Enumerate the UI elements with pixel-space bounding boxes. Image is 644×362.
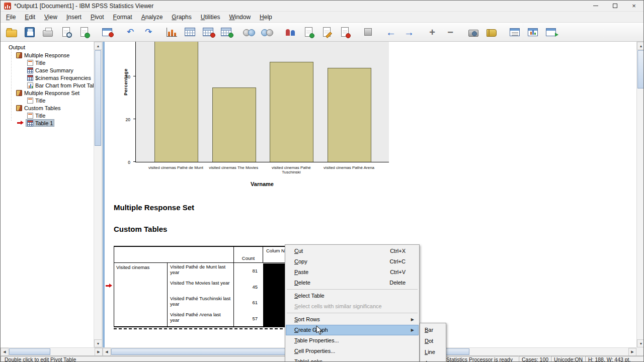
insert-chart-object-button[interactable] [524, 25, 542, 40]
page-setup-button[interactable] [542, 25, 560, 40]
context-item-tablelooks[interactable]: TableLooks... [286, 356, 419, 362]
table-cell-count[interactable]: 57 [233, 311, 263, 327]
chart-bar[interactable] [212, 87, 256, 162]
menu-window[interactable]: Window [224, 13, 255, 22]
outline-root-node[interactable]: Output [1, 44, 94, 51]
recall-dialogs-button[interactable] [98, 25, 116, 40]
y-tick-label: 0 [117, 160, 130, 165]
scroll-up-icon[interactable]: ▲ [94, 42, 102, 50]
outline-item-multiple-response[interactable]: Multiple Response [1, 51, 94, 59]
open-output-button[interactable] [3, 25, 21, 40]
insert-text-button[interactable] [336, 25, 354, 40]
menu-insert[interactable]: Insert [62, 13, 86, 22]
insert-text-block-button[interactable] [506, 25, 524, 40]
promote-button[interactable]: ← [382, 25, 400, 40]
context-item-paste[interactable]: PasteCtrl+V [286, 267, 419, 278]
table-cell-label[interactable]: Visited Pathé Tuschinski last year [167, 295, 233, 311]
menu-help[interactable]: Help [255, 13, 277, 22]
outline-item-case-summary[interactable]: Case Summary [1, 66, 94, 74]
table-cell-count[interactable]: 81 [233, 263, 263, 279]
demote-button[interactable]: → [400, 25, 418, 40]
show-hide-button[interactable] [359, 25, 377, 40]
chart-bar[interactable] [328, 68, 371, 162]
export-table-button[interactable] [199, 25, 217, 40]
save-output-button[interactable] [21, 25, 39, 40]
select-last-output-button[interactable] [240, 25, 258, 40]
expand-button[interactable]: + [423, 25, 441, 40]
designate-window-icon [261, 28, 274, 37]
menu-edit[interactable]: Edit [20, 13, 40, 22]
outline-item-custom-tables[interactable]: Custom Tables [1, 104, 94, 112]
outline-scroll-thumb[interactable] [95, 50, 101, 146]
chart-plot-area[interactable] [135, 42, 389, 162]
table-cell-count[interactable]: 61 [233, 295, 263, 311]
menu-graphs[interactable]: Graphs [167, 13, 196, 22]
table-cell-count[interactable]: 45 [233, 279, 263, 295]
outline-item-label: Case Summary [35, 67, 73, 73]
outline-vertical-scrollbar[interactable]: ▲ ▼ [94, 42, 102, 347]
go-to-pivot-table-button[interactable] [181, 25, 199, 40]
context-item-sort-rows[interactable]: Sort Rows▶ [286, 314, 419, 325]
table-cell-label[interactable]: Visited The Movies last year [167, 279, 233, 295]
scroll-left-icon[interactable]: ◀ [1, 348, 9, 356]
go-to-chart-button[interactable] [163, 25, 181, 40]
context-item-table-properties[interactable]: Table Properties... [286, 335, 419, 346]
row-group-label[interactable]: Visited cinemas [114, 263, 167, 326]
menu-utilities[interactable]: Utilities [196, 13, 225, 22]
context-item-create-graph[interactable]: Create Graph▶ [286, 325, 419, 335]
outline-item-title[interactable]: Title [1, 97, 94, 104]
outline-item-title[interactable]: Title [1, 112, 94, 119]
content-vscroll-thumb[interactable] [637, 50, 644, 88]
outline-hscroll-thumb[interactable] [9, 348, 50, 355]
content-vertical-scrollbar[interactable]: ▲ ▼ [636, 42, 644, 347]
menu-format[interactable]: Format [109, 13, 137, 22]
minimize-button[interactable] [586, 1, 605, 11]
menu-file[interactable]: File [2, 13, 20, 22]
outline-item-title[interactable]: Title [1, 59, 94, 66]
outline-item-bar-chart-from-pivot-table[interactable]: Bar Chart from Pivot Table [1, 81, 94, 89]
go-to-data-button[interactable] [217, 25, 235, 40]
insert-title-button[interactable] [317, 25, 336, 40]
context-item-delete[interactable]: DeleteDelete [286, 278, 419, 288]
context-item-cell-properties[interactable]: Cell Properties... [286, 346, 419, 356]
menu-pivot[interactable]: Pivot [86, 13, 109, 22]
pivot-table[interactable]: Count Colum N Visited cinemas Visited Pa… [114, 246, 313, 327]
scroll-left-icon[interactable]: ◀ [103, 348, 111, 356]
outline-item-multiple-response-set[interactable]: Multiple Response Set [1, 89, 94, 97]
insert-graph-button[interactable] [464, 25, 482, 40]
scroll-up-icon[interactable]: ▲ [637, 42, 644, 50]
chart-bar[interactable] [270, 62, 313, 162]
outline-horizontal-scrollbar[interactable]: ◀ ▶ [1, 347, 103, 355]
menu-analyze[interactable]: Analyze [137, 13, 168, 22]
table-cell-label[interactable]: Visited Pathé de Munt last year [167, 263, 233, 279]
redo-button[interactable]: ↷ [139, 25, 157, 40]
chart-bar[interactable] [154, 42, 198, 162]
glossary-button[interactable] [482, 25, 501, 40]
collapse-button[interactable]: − [441, 25, 459, 40]
designate-window-button[interactable] [258, 25, 276, 40]
context-item-select-table[interactable]: Select Table [286, 291, 419, 301]
scroll-right-icon[interactable]: ▶ [628, 348, 636, 356]
close-button[interactable]: × [624, 1, 643, 11]
insert-heading-button[interactable] [299, 25, 317, 40]
submenu-item-bar[interactable]: Bar [421, 324, 445, 335]
outline-item-$cinemas-frequencies[interactable]: $cinemas Frequencies [1, 74, 94, 81]
print-button[interactable] [39, 25, 57, 40]
scroll-right-icon[interactable]: ▶ [95, 348, 103, 356]
maximize-button[interactable] [605, 1, 624, 11]
col-header-count[interactable]: Count [233, 247, 263, 262]
undo-button[interactable]: ↶ [121, 25, 139, 40]
scroll-down-icon[interactable]: ▼ [637, 339, 644, 347]
outline-item-table-1[interactable]: Table 1 [1, 119, 94, 127]
table-cell-label[interactable]: Visited Pathé Arena last year [167, 311, 233, 327]
submenu-item-area[interactable]: Area [421, 357, 445, 362]
print-preview-button[interactable] [57, 25, 75, 40]
context-item-cut[interactable]: CutCtrl+X [286, 246, 419, 256]
menu-view[interactable]: View [40, 13, 62, 22]
context-item-copy[interactable]: CopyCtrl+C [286, 256, 419, 267]
scroll-down-icon[interactable]: ▼ [94, 339, 102, 347]
submenu-item-line[interactable]: Line [421, 346, 445, 357]
submenu-item-dot[interactable]: Dot [421, 335, 445, 346]
export-output-button[interactable] [75, 25, 93, 40]
variables-button[interactable] [281, 25, 299, 40]
